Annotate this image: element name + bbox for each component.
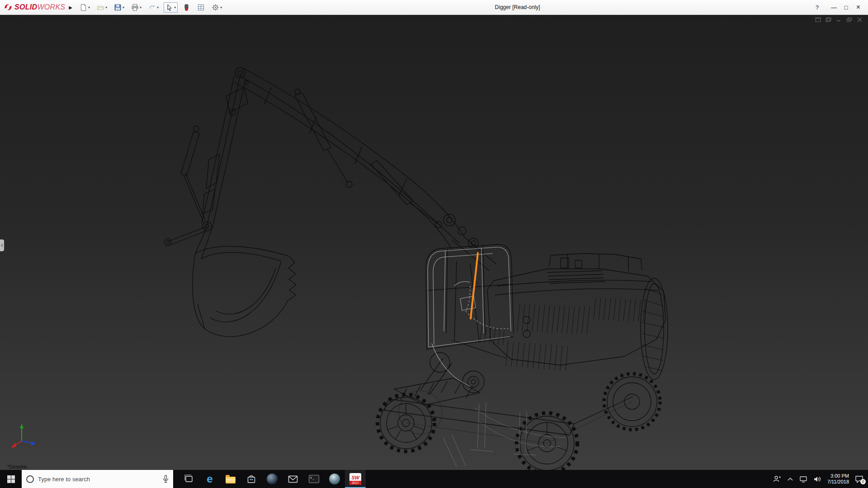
maximize-button[interactable]: □: [840, 4, 852, 11]
select-tool-button[interactable]: ▾: [164, 2, 178, 13]
document-title: Digger [Read-only]: [224, 4, 811, 10]
solidworks-2017-button[interactable]: SW 2017: [345, 470, 366, 488]
restore-document-icon[interactable]: [846, 17, 852, 22]
toolbar-flyout-arrow-icon[interactable]: ▶: [69, 5, 72, 10]
notification-badge: 2: [860, 479, 866, 484]
taskbar-apps: e >_: [179, 470, 366, 488]
macro-icon: [183, 4, 190, 11]
undo-icon: [148, 4, 156, 11]
macro-button[interactable]: [181, 2, 192, 13]
cascade-windows-icon[interactable]: [826, 17, 831, 22]
store-icon: [246, 474, 256, 484]
chevron-left-icon: [1, 244, 3, 247]
search-input[interactable]: [38, 476, 159, 483]
store-button[interactable]: [241, 470, 262, 488]
clock-time: 3:00 PM: [830, 473, 849, 479]
taskbar-search[interactable]: [22, 470, 173, 488]
dropdown-caret-icon[interactable]: ▾: [140, 5, 142, 9]
view-orientation-label: *Dimetric: [7, 464, 28, 469]
save-button[interactable]: ▾: [112, 2, 126, 13]
task-view-icon: [184, 474, 194, 483]
minimize-document-icon[interactable]: [836, 17, 842, 22]
window-controls: ? — □ ×: [811, 3, 868, 11]
print-icon: [131, 4, 139, 11]
solidworks-logo: SOLIDWORKS: [0, 3, 67, 12]
viewer-app-button[interactable]: [324, 470, 345, 488]
edge-button[interactable]: e: [199, 470, 220, 488]
command-prompt-button[interactable]: >_: [303, 470, 324, 488]
file-properties-icon: [197, 4, 205, 11]
close-document-icon[interactable]: [857, 17, 863, 22]
open-button[interactable]: ▾: [95, 2, 109, 13]
quick-access-toolbar: ▾ ▾ ▾: [78, 2, 224, 13]
new-document-icon: [80, 4, 87, 11]
sphere-app-icon: [329, 474, 340, 484]
task-view-button[interactable]: [179, 470, 199, 488]
file-explorer-icon: [226, 477, 236, 483]
graphics-area[interactable]: *Dimetric: [0, 15, 868, 470]
system-tray: 3:00 PM 7/11/2018 2: [773, 470, 868, 488]
help-button[interactable]: ?: [811, 4, 823, 11]
digger-wireframe-model[interactable]: [0, 15, 868, 470]
open-folder-icon: [97, 4, 104, 11]
dropdown-caret-icon[interactable]: ▾: [88, 5, 90, 9]
undo-button[interactable]: ▾: [146, 2, 160, 13]
close-button[interactable]: ×: [852, 3, 864, 11]
ds-logo-icon: [4, 3, 13, 12]
save-icon: [114, 4, 122, 11]
wireframe-vent-lines: [399, 288, 664, 443]
print-button[interactable]: ▾: [129, 2, 143, 13]
dropdown-caret-icon[interactable]: ▾: [123, 5, 124, 9]
steam-button[interactable]: [262, 470, 283, 488]
start-button[interactable]: [0, 470, 22, 488]
dropdown-caret-icon[interactable]: ▾: [157, 5, 159, 9]
microphone-icon[interactable]: [163, 475, 169, 483]
solidworks-2017-icon: SW 2017: [349, 473, 361, 485]
network-icon[interactable]: [799, 476, 807, 483]
file-explorer-button[interactable]: [220, 470, 241, 488]
document-window-controls: [815, 17, 863, 22]
steam-icon: [267, 474, 278, 484]
options-button[interactable]: ▾: [210, 2, 224, 13]
file-properties-button[interactable]: [195, 2, 207, 13]
volume-icon[interactable]: [813, 476, 821, 483]
windows-logo-icon: [7, 475, 15, 483]
dropdown-caret-icon[interactable]: ▾: [105, 5, 107, 9]
select-cursor-icon: [165, 4, 173, 11]
minimize-button[interactable]: —: [828, 4, 840, 11]
taskbar-clock[interactable]: 3:00 PM 7/11/2018: [827, 473, 849, 485]
selected-edge-highlight[interactable]: [471, 253, 478, 319]
taskbar: e >_: [0, 470, 868, 488]
hidden-icons-chevron-icon[interactable]: [787, 477, 793, 481]
mail-icon: [288, 475, 298, 483]
logo-text: SOLIDWORKS: [14, 3, 65, 11]
edge-icon: e: [207, 474, 212, 484]
dropdown-caret-icon[interactable]: ▾: [220, 5, 222, 9]
clock-date: 7/11/2018: [827, 479, 849, 485]
triad-z-arrow: [31, 441, 36, 446]
new-document-button[interactable]: ▾: [78, 2, 92, 13]
triad-z-axis: [22, 441, 33, 443]
titlebar: SOLIDWORKS ▶ ▾ ▾: [0, 0, 868, 15]
panel-flyout-tab[interactable]: [0, 239, 4, 251]
wireframe-dark-lines: [164, 68, 668, 470]
command-prompt-icon: >_: [309, 475, 319, 483]
people-icon[interactable]: [773, 475, 781, 483]
triad-y-arrow: [20, 424, 24, 428]
new-window-icon[interactable]: [815, 17, 821, 22]
gear-icon: [212, 4, 219, 11]
cortana-icon: [26, 475, 34, 483]
triad-x-arrow: [11, 443, 16, 448]
mail-button[interactable]: [283, 470, 303, 488]
action-center-button[interactable]: 2: [855, 475, 863, 483]
reference-triad[interactable]: [10, 423, 36, 451]
cab-highlight-lines: [428, 247, 511, 386]
solidworks-window: SOLIDWORKS ▶ ▾ ▾: [0, 0, 868, 488]
dropdown-caret-icon[interactable]: ▾: [174, 5, 176, 9]
